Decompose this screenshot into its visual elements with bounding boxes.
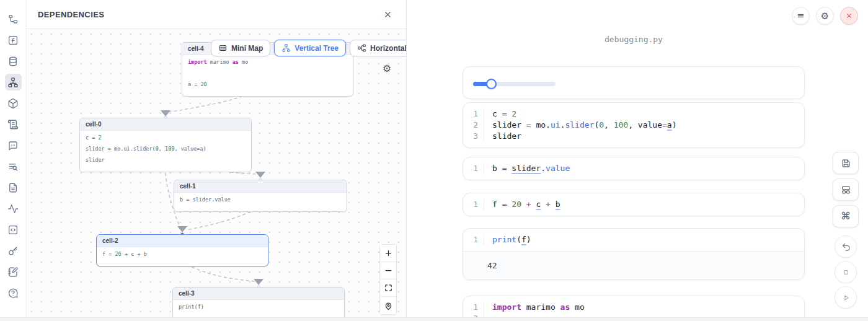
code-token <box>521 200 526 209</box>
graph-node-cell-3[interactable]: cell-3print(f) <box>172 287 345 317</box>
code-token: marimo <box>207 59 232 65</box>
graph-node-code: b = slider.value <box>174 193 347 211</box>
code-token: b <box>144 251 147 257</box>
chat-icon <box>7 140 19 151</box>
sidebar-item-documentation[interactable] <box>5 179 22 196</box>
slider-thumb[interactable] <box>486 79 497 89</box>
code-token: marimo <box>526 302 556 312</box>
code-token: slider <box>133 146 153 152</box>
code-token: , <box>174 146 180 152</box>
code-token: a <box>667 120 672 130</box>
help-icon <box>7 288 19 299</box>
graph-node-cell-0[interactable]: cell-0c = 2slider = mo.ui.slider(0, 100,… <box>79 118 252 172</box>
graph-node-cell-1[interactable]: cell-1b = slider.value <box>174 180 347 212</box>
bottom-scrollbar-track[interactable] <box>0 317 868 321</box>
slider-widget[interactable] <box>473 82 556 86</box>
code-token: 0 <box>599 120 604 130</box>
cell-slider-output <box>463 66 805 99</box>
plus-button[interactable] <box>380 245 396 262</box>
code-token: 2 <box>512 109 516 118</box>
code-token <box>521 120 526 130</box>
stop-button[interactable] <box>835 261 857 283</box>
sidebar-item-search-list[interactable] <box>5 158 22 175</box>
center-view-button[interactable] <box>380 297 396 314</box>
sidebar-item-snippets[interactable] <box>5 221 22 238</box>
minus-button[interactable] <box>380 262 396 279</box>
code-token: 100 <box>614 120 628 130</box>
code-token: ui <box>551 120 560 130</box>
code-token: 20 <box>201 81 207 87</box>
code-token: value <box>546 164 570 173</box>
code-token: slider <box>193 196 212 203</box>
graph-zoom-controls <box>379 244 397 315</box>
code-content[interactable]: print(f) <box>484 234 804 245</box>
settings-icon: ⚙ <box>821 11 829 20</box>
layout-button[interactable] <box>833 178 859 201</box>
shutdown-button[interactable] <box>840 7 858 25</box>
keyboard-shortcuts-icon: ⌘ <box>841 211 851 221</box>
sidebar-item-file-tree[interactable] <box>5 11 22 27</box>
sidebar-item-logs[interactable] <box>5 116 22 133</box>
sidebar-item-packages[interactable] <box>5 95 22 112</box>
graph-node-code: import marimo as mo a = 20 <box>182 55 353 96</box>
vertical-tree-button[interactable]: Vertical Tree <box>274 40 346 56</box>
keyboard-shortcuts-button[interactable]: ⌘ <box>833 205 859 227</box>
code-content[interactable]: f = 20 + c + b <box>484 199 804 210</box>
code-token: mo <box>536 120 546 130</box>
fit-view-button[interactable] <box>380 279 396 297</box>
snippets-icon <box>7 224 19 235</box>
graph-node-cell-2[interactable]: cell-2f = 20 + c + b <box>96 234 268 266</box>
sidebar-item-chat[interactable] <box>5 137 22 154</box>
code-token <box>541 200 546 209</box>
graph-node-code: c = 2slider = mo.ui.slider(0, 100, value… <box>80 131 251 172</box>
code-cell: 12import marimo as mo <box>463 296 805 317</box>
logs-icon <box>7 119 19 130</box>
run-button[interactable] <box>835 286 857 309</box>
dependencies-panel-header: DEPENDENCIES <box>27 0 406 29</box>
sidebar-item-help[interactable] <box>5 284 22 301</box>
code-token: slider <box>86 157 105 163</box>
sidebar-item-tracing[interactable] <box>5 200 22 217</box>
code-token: b <box>556 200 560 209</box>
undo-button[interactable] <box>835 235 857 258</box>
vertical-tree-icon <box>281 43 291 53</box>
code-content[interactable]: import marimo as mo <box>484 302 804 317</box>
sidebar-item-secrets[interactable] <box>5 242 22 259</box>
code-token: ) <box>203 146 206 152</box>
code-token: ) <box>672 120 677 130</box>
code-token: = <box>526 120 531 130</box>
functions-icon <box>7 35 19 46</box>
sidebar-item-functions[interactable] <box>5 32 22 48</box>
code-token: print <box>179 304 195 310</box>
code-content[interactable]: b = slider.value <box>484 163 804 174</box>
notebook-panel: debugging.py ⚙ 123c = 2slider = mo.ui.sl… <box>407 0 868 317</box>
code-token: value <box>638 120 662 130</box>
code-token: + <box>546 200 551 209</box>
code-content[interactable]: c = 2slider = mo.ui.slider(0, 100, value… <box>484 108 804 142</box>
code-token: , <box>159 146 165 152</box>
code-token: mo <box>114 146 120 152</box>
sidebar-item-datasources[interactable] <box>5 53 22 69</box>
code-token: as <box>232 59 239 65</box>
mini-map-button[interactable]: Mini Map <box>211 40 270 56</box>
sidebar-item-scratchpad[interactable] <box>5 263 22 280</box>
stop-icon <box>841 267 851 278</box>
plus-icon <box>384 248 393 258</box>
sidebar-item-dependencies[interactable] <box>5 74 22 90</box>
code-token: ) <box>201 304 204 310</box>
code-token: print <box>492 235 516 244</box>
close-panel-button[interactable] <box>380 7 395 22</box>
graph-settings-button[interactable]: ⚙ <box>380 61 394 75</box>
horizontal-tree-button[interactable]: Horizontal Tree <box>350 40 406 56</box>
settings-button[interactable]: ⚙ <box>816 7 834 25</box>
code-token: slider <box>492 131 521 141</box>
code-token <box>570 302 575 312</box>
line-numbers: 12 <box>463 302 484 317</box>
settings-icon: ⚙ <box>383 63 391 74</box>
code-token: 100 <box>165 146 174 152</box>
menu-button[interactable] <box>792 7 810 25</box>
layout-icon <box>841 185 851 195</box>
dependency-graph-canvas[interactable]: cell-4import marimo as mo a = 20cell-0c … <box>27 29 406 317</box>
save-button[interactable] <box>833 152 859 174</box>
code-token: import <box>492 302 521 312</box>
